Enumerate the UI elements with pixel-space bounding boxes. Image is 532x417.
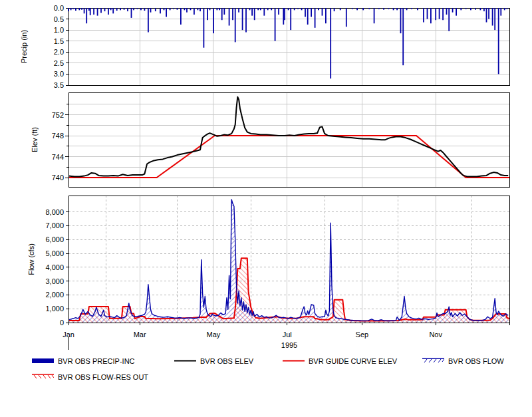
- obs-flow-area: [68, 200, 508, 323]
- precip-bars: [68, 8, 507, 78]
- precip-bar: [148, 8, 149, 33]
- panel-border: [68, 196, 509, 323]
- tick-label: 2,000: [45, 291, 64, 299]
- precip-bar: [198, 8, 199, 10]
- precip-bar: [203, 8, 205, 48]
- flow-axis-title: Flow (cfs): [27, 243, 35, 275]
- precip-bar: [346, 8, 347, 27]
- precip-bar: [86, 8, 87, 23]
- precip-bar: [223, 8, 225, 15]
- precip-bar: [271, 8, 272, 10]
- precip-bar: [362, 8, 364, 10]
- precip-bar: [334, 8, 335, 11]
- legend-item-flow-res-out: BVR OBS FLOW-RES OUT: [32, 372, 148, 381]
- precip-bar: [439, 8, 440, 19]
- tick-label: 3.0: [54, 70, 64, 78]
- tick-label: 0: [60, 319, 64, 327]
- precip-bar: [97, 8, 98, 16]
- precip-bar: [108, 8, 109, 15]
- precip-bar: [498, 8, 499, 74]
- precip-bar: [448, 8, 450, 31]
- month-label: Nov: [429, 331, 442, 339]
- precip-bar: [466, 8, 467, 9]
- legend-label: BVR OBS FLOW-RES OUT: [58, 373, 148, 381]
- precip-bar: [84, 8, 85, 13]
- precip-bar: [483, 8, 485, 11]
- precip-bar: [68, 8, 69, 11]
- precip-bar: [170, 8, 171, 10]
- precip-bar: [90, 8, 91, 15]
- precip-bar: [93, 8, 94, 15]
- precip-bar: [70, 8, 72, 10]
- tick-label: 748: [52, 132, 64, 140]
- precip-bar: [104, 8, 106, 11]
- precip-bar: [494, 8, 495, 30]
- precip-bar: [430, 8, 432, 23]
- precip-bar: [435, 8, 436, 20]
- month-label: Sep: [356, 331, 369, 339]
- precip-bar: [315, 8, 316, 28]
- precip-bar: [124, 8, 125, 10]
- precip-bar: [311, 8, 312, 17]
- precip-bar: [190, 8, 192, 10]
- precip-bar: [207, 8, 208, 20]
- guide-swatch-icon: [283, 356, 305, 365]
- precip-bar: [267, 8, 269, 10]
- precip-bar: [406, 8, 408, 10]
- precip-bar: [173, 8, 174, 9]
- legend-label: BVR OBS FLOW: [448, 357, 504, 365]
- precip-bar: [393, 8, 394, 10]
- tick-label: 3.5: [54, 81, 64, 89]
- precip-bar: [307, 8, 309, 25]
- precip-bar: [322, 8, 323, 16]
- precip-bar: [137, 8, 138, 9]
- tick-label: 740: [52, 174, 64, 182]
- year-label: 1995: [281, 341, 297, 349]
- precip-bar: [460, 8, 462, 10]
- precip-bar: [352, 8, 353, 9]
- precip-bar: [194, 8, 195, 15]
- precip-bar: [155, 8, 156, 11]
- legend-item-obs-flow: BVR OBS FLOW: [422, 356, 504, 365]
- precip-bar: [131, 8, 132, 18]
- precip-bar: [140, 8, 142, 10]
- precip-bar: [442, 8, 444, 20]
- tick-label: 1.5: [54, 37, 64, 45]
- precip-bar: [88, 8, 90, 11]
- precip-bar: [456, 8, 457, 16]
- precip-bar: [305, 8, 306, 17]
- precip-bar: [232, 8, 233, 20]
- precip-bar: [383, 8, 384, 10]
- precip-bar: [500, 8, 501, 16]
- precip-bar: [166, 8, 167, 17]
- flow-res-out-area: [68, 258, 509, 323]
- precip-bar: [283, 8, 284, 25]
- elev-panel: 740744748752: [52, 92, 509, 187]
- tick-label: 7,000: [45, 221, 64, 229]
- precip-bar: [400, 8, 402, 33]
- precip-bar: [486, 8, 487, 23]
- tick-label: 2.5: [54, 59, 64, 67]
- precip-bar: [209, 8, 211, 10]
- precip-bar: [368, 8, 370, 9]
- precip-bar: [288, 8, 289, 10]
- legend-item-guide-curve: BVR GUIDE CURVE ELEV: [283, 356, 397, 365]
- precip-bar: [217, 8, 218, 10]
- month-label: Mar: [134, 331, 146, 339]
- precip-axis-title: Precip (in): [20, 30, 28, 63]
- precip-bar: [507, 8, 508, 9]
- precip-bar: [396, 8, 398, 10]
- precip-bar: [177, 8, 178, 10]
- panel-border: [68, 92, 509, 187]
- obs-elev-line: [68, 97, 508, 177]
- precip-bar: [78, 8, 80, 10]
- precip-bar: [251, 8, 253, 16]
- legend-label: BVR OBS PRECIP-INC: [58, 357, 135, 365]
- tick-label: 5,000: [45, 249, 64, 257]
- precip-bar: [480, 8, 481, 10]
- precip-bar: [297, 8, 299, 9]
- precip-bar: [112, 8, 114, 13]
- precip-bar: [504, 8, 505, 10]
- precip-bar: [116, 8, 118, 11]
- precip-bar: [180, 8, 182, 25]
